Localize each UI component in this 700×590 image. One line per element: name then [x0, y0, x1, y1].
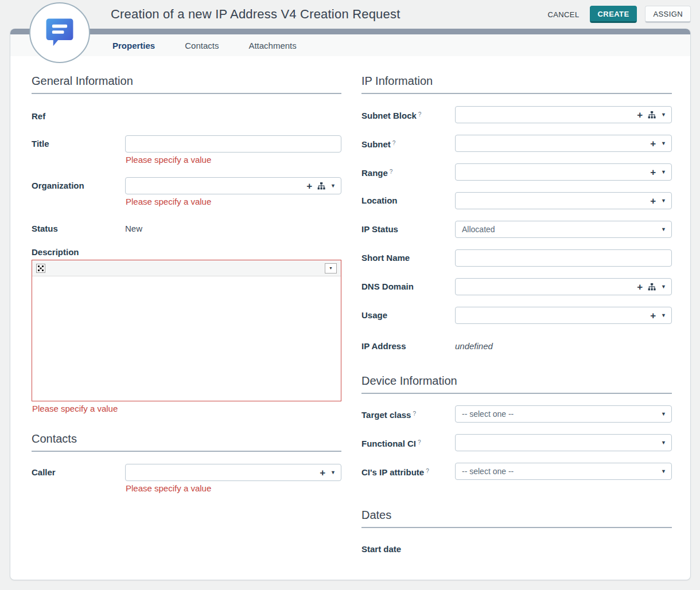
chevron-down-icon[interactable]: ▼: [661, 170, 666, 175]
cancel-button[interactable]: CANCEL: [545, 7, 581, 22]
status-label: Status: [32, 220, 125, 234]
subnet-block-row: Subnet Block? + ▼: [361, 106, 672, 123]
description-editor[interactable]: ▼: [32, 260, 341, 401]
cis-ip-attribute-row: CI's IP attribute? -- select one -- ▼: [361, 463, 672, 480]
start-date-row: Start date: [361, 541, 672, 554]
range-label: Range?: [361, 163, 455, 178]
card-top-bar: [10, 29, 690, 34]
target-class-label: Target class?: [361, 405, 455, 420]
chevron-down-icon: ▼: [661, 227, 666, 232]
help-marker: ?: [418, 439, 421, 446]
description-editor-toolbar: ▼: [32, 260, 341, 276]
caller-validation-message: Please specify a value: [126, 483, 341, 494]
cis-ip-attribute-select[interactable]: -- select one -- ▼: [455, 463, 672, 480]
add-icon[interactable]: +: [650, 311, 656, 321]
ip-status-row: IP Status Allocated ▼: [361, 221, 672, 238]
functional-ci-label: Functional CI?: [361, 434, 455, 449]
organization-label: Organization: [32, 177, 125, 191]
location-label: Location: [361, 192, 455, 206]
description-validation-message: Please specify a value: [32, 404, 341, 414]
status-row: Status New: [32, 220, 341, 234]
organization-input[interactable]: + ▼: [125, 177, 341, 194]
ip-status-label: IP Status: [361, 221, 455, 235]
chevron-down-icon: ▼: [661, 412, 666, 417]
subnet-block-label: Subnet Block?: [361, 106, 455, 121]
toolbar-dropdown-button[interactable]: ▼: [325, 263, 337, 273]
section-device-information: Device Information: [361, 374, 672, 394]
functional-ci-select[interactable]: ▼: [455, 434, 672, 451]
dns-domain-label: DNS Domain: [361, 278, 455, 292]
add-icon[interactable]: +: [650, 167, 656, 177]
range-row: Range? + ▼: [361, 163, 672, 181]
section-dates: Dates: [361, 509, 672, 528]
usage-label: Usage: [361, 307, 455, 321]
subnet-row: Subnet? + ▼: [361, 135, 672, 152]
chevron-down-icon[interactable]: ▼: [661, 198, 666, 204]
description-editor-body[interactable]: [32, 276, 341, 401]
short-name-row: Short Name: [361, 249, 672, 267]
title-validation-message: Please specify a value: [126, 155, 341, 165]
hierarchy-icon[interactable]: [648, 283, 656, 291]
chevron-down-icon[interactable]: ▼: [661, 141, 666, 146]
title-row: Title Please specify a value: [32, 135, 341, 165]
add-icon[interactable]: +: [306, 181, 312, 191]
add-icon[interactable]: +: [320, 468, 325, 478]
assign-button[interactable]: ASSIGN: [645, 6, 691, 23]
location-row: Location + ▼: [361, 192, 672, 209]
short-name-input[interactable]: [455, 249, 672, 267]
ip-address-value: undefined: [455, 338, 493, 351]
chevron-down-icon[interactable]: ▼: [330, 183, 336, 189]
range-input[interactable]: + ▼: [455, 163, 672, 181]
tab-attachments[interactable]: Attachments: [248, 41, 296, 50]
add-icon[interactable]: +: [650, 139, 656, 149]
chevron-down-icon[interactable]: ▼: [330, 470, 336, 475]
add-icon[interactable]: +: [637, 110, 643, 120]
hierarchy-icon[interactable]: [317, 182, 325, 190]
broken-image-icon[interactable]: [36, 264, 45, 273]
add-icon[interactable]: +: [637, 282, 643, 292]
organization-row: Organization + ▼ Please specify a value: [32, 177, 341, 207]
description-block: Description ▼ Please specify a value: [32, 247, 341, 414]
create-button[interactable]: CREATE: [590, 6, 637, 23]
subnet-label: Subnet?: [361, 135, 455, 150]
section-general-information: General Information: [32, 75, 341, 94]
dns-domain-input[interactable]: + ▼: [455, 278, 672, 295]
section-ip-information: IP Information: [361, 75, 672, 94]
ip-address-row: IP Address undefined: [361, 338, 672, 351]
ip-status-select[interactable]: Allocated ▼: [455, 221, 672, 238]
section-contacts: Contacts: [32, 432, 341, 452]
chevron-down-icon[interactable]: ▼: [661, 112, 666, 118]
subnet-block-input[interactable]: + ▼: [455, 106, 672, 123]
title-input[interactable]: [125, 135, 341, 153]
usage-input[interactable]: + ▼: [455, 307, 672, 324]
help-marker: ?: [418, 111, 422, 118]
start-date-label: Start date: [361, 541, 455, 554]
subnet-input[interactable]: + ▼: [455, 135, 672, 152]
help-marker: ?: [413, 411, 416, 417]
header: Creation of a new IP Address V4 Creation…: [0, 0, 700, 29]
status-value: New: [125, 220, 142, 234]
chevron-down-icon[interactable]: ▼: [661, 313, 666, 318]
chevron-down-icon[interactable]: ▼: [661, 284, 666, 290]
tab-strip: Properties Contacts Attachments: [10, 34, 690, 56]
cis-ip-attribute-label: CI's IP attribute?: [361, 463, 455, 478]
location-input[interactable]: + ▼: [455, 192, 672, 209]
tab-properties[interactable]: Properties: [112, 41, 155, 50]
dns-domain-row: DNS Domain + ▼: [361, 278, 672, 295]
help-marker: ?: [390, 169, 393, 175]
tab-contacts[interactable]: Contacts: [185, 41, 219, 50]
target-class-row: Target class? -- select one -- ▼: [361, 405, 672, 423]
page-title: Creation of a new IP Address V4 Creation…: [111, 7, 545, 22]
caller-input[interactable]: + ▼: [125, 464, 341, 481]
hierarchy-icon[interactable]: [648, 111, 656, 119]
functional-ci-row: Functional CI? ▼: [361, 434, 672, 451]
main-form-card: Properties Contacts Attachments General …: [10, 29, 691, 580]
target-class-select[interactable]: -- select one -- ▼: [455, 405, 672, 423]
help-marker: ?: [392, 140, 396, 146]
app-logo: [29, 2, 90, 63]
organization-validation-message: Please specify a value: [126, 197, 341, 207]
add-icon[interactable]: +: [650, 196, 656, 206]
chevron-down-icon: ▼: [661, 440, 666, 446]
ref-row: Ref: [32, 108, 341, 122]
help-marker: ?: [426, 468, 429, 474]
